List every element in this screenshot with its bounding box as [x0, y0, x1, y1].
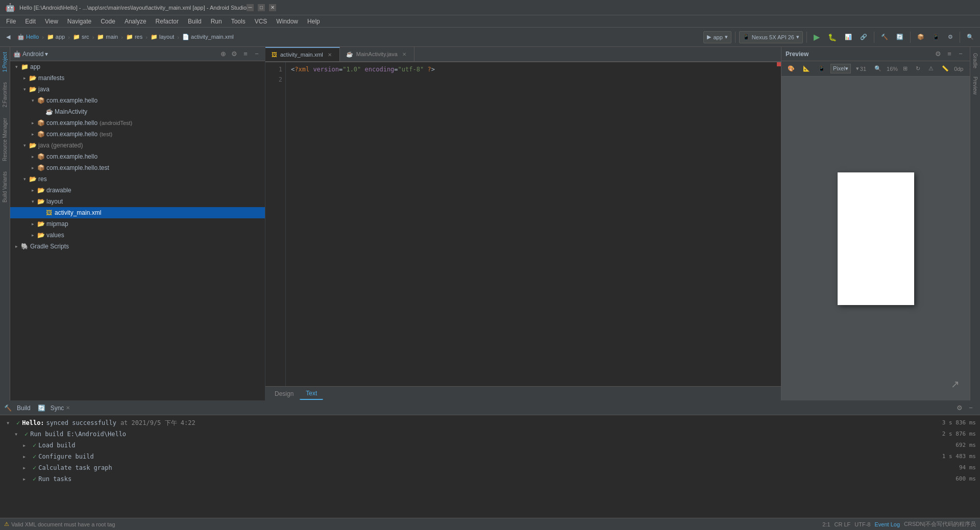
- project-view-dropdown[interactable]: 🤖 Android ▾: [13, 51, 48, 58]
- menu-tools[interactable]: Tools: [227, 17, 250, 26]
- tree-item-package-androidtest[interactable]: ▸ 📦 com.example.hello (androidTest): [10, 117, 265, 129]
- sync-button[interactable]: 🔄: [893, 31, 906, 44]
- tab-mainactivity-java[interactable]: ☕ MainActivity.java ✕: [340, 47, 414, 61]
- menu-analyze[interactable]: Analyze: [120, 17, 151, 26]
- project-options-button[interactable]: ≡: [240, 49, 251, 59]
- preview-options-button[interactable]: ≡: [944, 49, 954, 59]
- blueprint-button[interactable]: 📐: [800, 63, 813, 74]
- maximize-button[interactable]: □: [258, 4, 265, 11]
- build-line-tasks: ▸ ✓ Run tasks 600 ms: [4, 473, 976, 485]
- menu-code[interactable]: Code: [96, 17, 119, 26]
- build-button[interactable]: 🔨: [878, 31, 891, 44]
- activity-icon: ☕: [45, 108, 53, 116]
- menu-run[interactable]: Run: [207, 17, 226, 26]
- search-button[interactable]: 🔍: [964, 31, 977, 44]
- palette-button[interactable]: 🎨: [785, 63, 798, 74]
- breadcrumb-app[interactable]: 📁 app: [45, 33, 67, 41]
- gradle-tab[interactable]: Gradle: [971, 49, 979, 72]
- menu-refactor[interactable]: Refactor: [152, 17, 183, 26]
- attach-button[interactable]: 🔗: [857, 31, 870, 44]
- zoom-fit-button[interactable]: ⊞: [900, 63, 911, 74]
- back-button[interactable]: ◀: [3, 31, 13, 44]
- menu-file[interactable]: File: [2, 17, 20, 26]
- sync-close[interactable]: ✕: [66, 405, 70, 411]
- tree-item-activity-main-xml[interactable]: ▸ 🖼 activity_main.xml: [10, 207, 265, 218]
- menu-view[interactable]: View: [41, 17, 62, 26]
- menu-help[interactable]: Help: [303, 17, 324, 26]
- menu-navigate[interactable]: Navigate: [63, 17, 95, 26]
- device-dropdown[interactable]: 📱Nexus 5X API 26▾: [739, 31, 803, 43]
- zoom-out-button[interactable]: 🔍: [871, 63, 885, 74]
- text-tab[interactable]: Text: [300, 388, 323, 400]
- refresh-button[interactable]: ↻: [913, 63, 923, 74]
- layout-folder-icon: 📂: [37, 197, 45, 206]
- project-settings-button[interactable]: ⚙: [229, 49, 239, 59]
- tree-item-gen1[interactable]: ▸ 📦 com.example.hello: [10, 151, 265, 162]
- breadcrumb-hello[interactable]: 🤖 Hello: [15, 33, 41, 41]
- design-tab[interactable]: Design: [268, 388, 300, 399]
- preview-collapse-button[interactable]: −: [955, 49, 966, 59]
- locate-button[interactable]: ⊕: [218, 49, 228, 59]
- menu-edit[interactable]: Edit: [21, 17, 40, 26]
- close-button[interactable]: ✕: [269, 4, 276, 11]
- breadcrumb-res[interactable]: 📁 res: [124, 33, 144, 41]
- menu-build[interactable]: Build: [184, 17, 206, 26]
- breadcrumb-layout[interactable]: 📁 layout: [149, 33, 176, 41]
- gen2-icon: 📦: [37, 164, 45, 172]
- line-numbers: 1 2: [265, 62, 286, 386]
- profile-button[interactable]: 📊: [842, 31, 855, 44]
- tree-item-app[interactable]: ▾ 📁 app: [10, 61, 265, 72]
- tree-item-res[interactable]: ▾ 📂 res: [10, 173, 265, 185]
- resize-handle[interactable]: ↗: [951, 378, 960, 390]
- tree-item-gen2[interactable]: ▸ 📦 com.example.hello.test: [10, 162, 265, 173]
- preview-settings-button[interactable]: ⚙: [933, 49, 943, 59]
- warn-button[interactable]: ⚠: [925, 63, 937, 74]
- tree-arrow-androidtest: ▸: [29, 119, 37, 127]
- tree-item-gradle[interactable]: ▸ 🐘 Gradle Scripts: [10, 241, 265, 252]
- minimize-button[interactable]: ─: [247, 4, 254, 11]
- menu-window[interactable]: Window: [272, 17, 302, 26]
- build-variants-tab[interactable]: Build Variants: [1, 166, 9, 208]
- tree-item-mipmap[interactable]: ▸ 📂 mipmap: [10, 218, 265, 230]
- tree-item-package-main[interactable]: ▾ 📦 com.example.hello: [10, 95, 265, 106]
- settings-button[interactable]: ⚙: [945, 31, 956, 44]
- configure-time: 1 s 483 ms: [942, 451, 976, 462]
- breadcrumb-main[interactable]: 📁 main: [95, 33, 120, 41]
- menu-vcs[interactable]: VCS: [251, 17, 272, 26]
- bottom-collapse-button[interactable]: −: [966, 403, 976, 413]
- tree-item-values[interactable]: ▸ 📂 values: [10, 230, 265, 241]
- run-button[interactable]: ▶: [811, 31, 823, 44]
- sdk-button[interactable]: 📦: [914, 31, 927, 44]
- tab-xml-close[interactable]: ✕: [326, 51, 333, 58]
- tree-item-manifests[interactable]: ▸ 📂 manifests: [10, 72, 265, 84]
- avd-button[interactable]: 📱: [929, 31, 943, 44]
- pixel-select[interactable]: Pixel▾: [830, 64, 851, 73]
- breadcrumb-file[interactable]: 📄 activity_main.xml: [180, 33, 236, 41]
- tree-arrow-gen1: ▸: [29, 153, 37, 161]
- favorites-tab[interactable]: 2:Favorites: [1, 77, 9, 112]
- project-collapse-button[interactable]: −: [252, 49, 262, 59]
- tab-activity-main-xml[interactable]: 🖼 activity_main.xml ✕: [265, 47, 340, 61]
- tree-item-mainactivity[interactable]: ▸ ☕ MainActivity: [10, 106, 265, 117]
- debug-button[interactable]: 🐛: [825, 31, 840, 44]
- bottom-settings-button[interactable]: ⚙: [954, 403, 965, 413]
- code-editor[interactable]: 1 2 <?xml version="1.0" encoding="utf-8"…: [265, 62, 781, 386]
- code-content[interactable]: <?xml version="1.0" encoding="utf-8" ?>: [286, 62, 781, 386]
- tree-item-package-test[interactable]: ▸ 📦 com.example.hello (test): [10, 129, 265, 140]
- api-button[interactable]: ▾ 31: [853, 63, 869, 74]
- run-config-dropdown[interactable]: ▶app▾: [703, 31, 731, 43]
- tree-item-java-generated[interactable]: ▾ 📂 java (generated): [10, 140, 265, 151]
- project-tab[interactable]: 1:Project: [1, 47, 9, 77]
- device-frame-button[interactable]: 📱: [815, 63, 828, 74]
- tab-java-close[interactable]: ✕: [401, 51, 408, 58]
- preview-tab[interactable]: Preview: [971, 72, 979, 99]
- build-output-tab[interactable]: Build: [15, 403, 33, 413]
- event-log-button[interactable]: Event Log: [874, 521, 900, 527]
- ruler-button[interactable]: 📏: [939, 63, 952, 74]
- breadcrumb-src[interactable]: 📁 src: [71, 33, 91, 41]
- sync-tab[interactable]: Sync ✕: [48, 403, 72, 413]
- resource-manager-tab[interactable]: Resource Manager: [1, 113, 9, 166]
- tree-item-drawable[interactable]: ▸ 📂 drawable: [10, 185, 265, 196]
- tree-item-layout[interactable]: ▾ 📂 layout: [10, 196, 265, 207]
- tree-item-java[interactable]: ▾ 📂 java: [10, 84, 265, 95]
